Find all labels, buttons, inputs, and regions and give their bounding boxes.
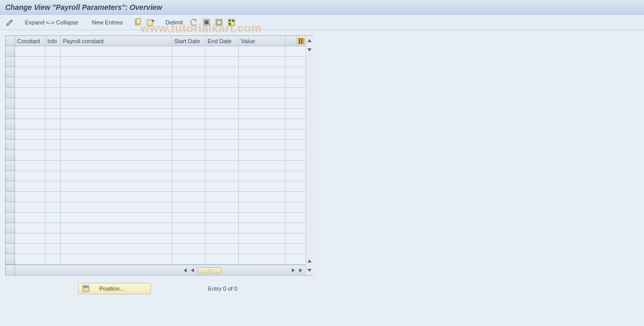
table-row[interactable]	[6, 46, 305, 57]
cell-payroll-constant[interactable]	[61, 119, 172, 129]
cell-info[interactable]	[45, 254, 61, 265]
cell-info[interactable]	[45, 161, 61, 171]
row-selector[interactable]	[6, 57, 15, 67]
cell-constant[interactable]	[15, 140, 45, 150]
cell-constant[interactable]	[15, 171, 45, 181]
cell-constant[interactable]	[15, 150, 45, 161]
row-selector[interactable]	[6, 171, 15, 181]
hscroll-last-icon[interactable]	[297, 267, 304, 274]
cell-value[interactable]	[239, 223, 286, 233]
cell-value[interactable]	[239, 150, 286, 161]
table-config-icon[interactable]	[296, 36, 305, 46]
cell-value[interactable]	[239, 233, 286, 244]
table-row[interactable]	[6, 150, 305, 161]
row-selector[interactable]	[6, 140, 15, 150]
cell-start-date[interactable]	[172, 181, 205, 192]
row-selector[interactable]	[6, 88, 15, 98]
position-button[interactable]: Position...	[78, 283, 151, 294]
cell-constant[interactable]	[15, 213, 45, 223]
table-row[interactable]	[6, 213, 305, 223]
cell-info[interactable]	[45, 223, 61, 233]
row-selector[interactable]	[6, 202, 15, 213]
cell-start-date[interactable]	[172, 161, 205, 171]
cell-payroll-constant[interactable]	[61, 181, 172, 192]
cell-info[interactable]	[45, 181, 61, 192]
new-entries-button[interactable]: New Entries	[88, 18, 127, 27]
cell-constant[interactable]	[15, 88, 45, 98]
table-row[interactable]	[6, 181, 305, 192]
cell-payroll-constant[interactable]	[61, 140, 172, 150]
cell-end-date[interactable]	[205, 181, 239, 192]
cell-start-date[interactable]	[172, 98, 205, 109]
cell-end-date[interactable]	[205, 88, 239, 98]
cell-start-date[interactable]	[172, 140, 205, 150]
cell-payroll-constant[interactable]	[61, 161, 172, 171]
cell-value[interactable]	[239, 202, 286, 213]
col-start-date[interactable]: Start Date	[172, 36, 205, 46]
table-row[interactable]	[6, 109, 305, 119]
cell-payroll-constant[interactable]	[61, 109, 172, 119]
cell-info[interactable]	[45, 213, 61, 223]
table-row[interactable]	[6, 233, 305, 244]
cell-constant[interactable]	[15, 223, 45, 233]
cell-payroll-constant[interactable]	[61, 57, 172, 67]
row-selector[interactable]	[6, 192, 15, 202]
cell-start-date[interactable]	[172, 109, 205, 119]
cell-value[interactable]	[239, 140, 286, 150]
col-info[interactable]: Info	[45, 36, 61, 46]
cell-constant[interactable]	[15, 98, 45, 109]
row-selector[interactable]	[6, 46, 15, 57]
cell-end-date[interactable]	[205, 244, 239, 254]
row-selector[interactable]	[6, 233, 15, 244]
cell-constant[interactable]	[15, 202, 45, 213]
cell-payroll-constant[interactable]	[61, 77, 172, 88]
cell-value[interactable]	[239, 161, 286, 171]
cell-payroll-constant[interactable]	[61, 46, 172, 57]
row-selector[interactable]	[6, 244, 15, 254]
copy-as-icon[interactable]	[132, 17, 144, 28]
row-selector[interactable]	[6, 254, 15, 265]
configure-icon[interactable]	[226, 17, 237, 28]
cell-info[interactable]	[45, 171, 61, 181]
cell-constant[interactable]	[15, 233, 45, 244]
col-value[interactable]: Value	[239, 36, 286, 46]
cell-end-date[interactable]	[205, 77, 239, 88]
cell-constant[interactable]	[15, 129, 45, 140]
cell-info[interactable]	[45, 77, 61, 88]
select-all-icon[interactable]	[201, 17, 212, 28]
cell-payroll-constant[interactable]	[61, 213, 172, 223]
cell-payroll-constant[interactable]	[61, 129, 172, 140]
col-end-date[interactable]: End Date	[205, 36, 239, 46]
table-row[interactable]	[6, 254, 305, 265]
cell-info[interactable]	[45, 67, 61, 77]
row-selector[interactable]	[6, 129, 15, 140]
cell-end-date[interactable]	[205, 67, 239, 77]
cell-end-date[interactable]	[205, 254, 239, 265]
table-row[interactable]	[6, 57, 305, 67]
cell-end-date[interactable]	[205, 119, 239, 129]
cell-value[interactable]	[239, 67, 286, 77]
cell-end-date[interactable]	[205, 46, 239, 57]
vscroll-up-icon[interactable]	[306, 37, 313, 44]
cell-payroll-constant[interactable]	[61, 233, 172, 244]
cell-value[interactable]	[239, 46, 286, 57]
cell-info[interactable]	[45, 119, 61, 129]
table-row[interactable]	[6, 161, 305, 171]
hscroll-right-icon[interactable]	[290, 267, 297, 274]
vscroll-down2-icon[interactable]	[306, 267, 313, 274]
row-selector[interactable]	[6, 109, 15, 119]
cell-info[interactable]	[45, 140, 61, 150]
cell-info[interactable]	[45, 202, 61, 213]
row-selector[interactable]	[6, 119, 15, 129]
table-row[interactable]	[6, 192, 305, 202]
cell-payroll-constant[interactable]	[61, 202, 172, 213]
cell-constant[interactable]	[15, 244, 45, 254]
cell-start-date[interactable]	[172, 77, 205, 88]
cell-start-date[interactable]	[172, 202, 205, 213]
cell-value[interactable]	[239, 213, 286, 223]
table-row[interactable]	[6, 77, 305, 88]
vscroll-up2-icon[interactable]	[306, 257, 313, 265]
cell-end-date[interactable]	[205, 213, 239, 223]
cell-info[interactable]	[45, 46, 61, 57]
toggle-display-change-icon[interactable]	[4, 17, 16, 28]
